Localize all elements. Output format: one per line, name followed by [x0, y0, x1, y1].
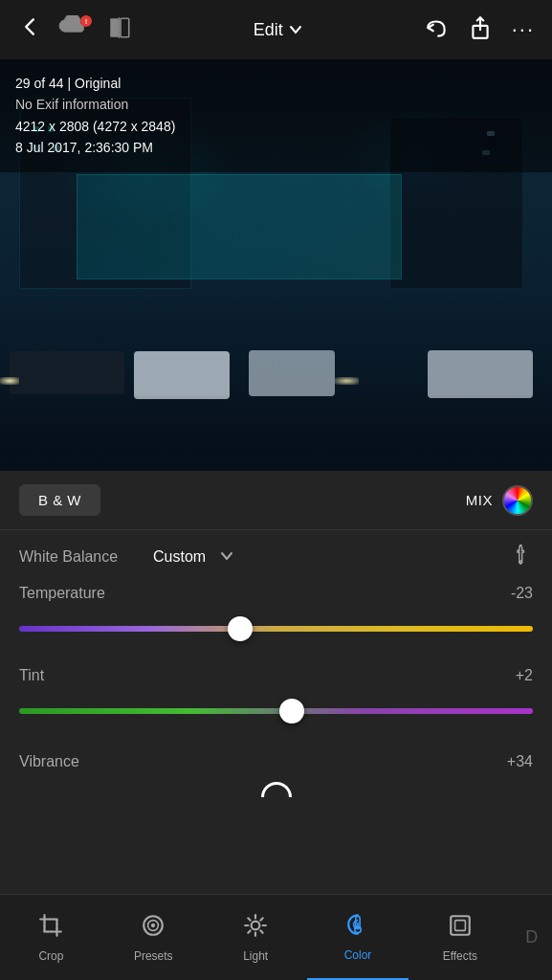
cloud-error-badge: ! [80, 15, 92, 27]
toolbar-color[interactable]: Color [307, 895, 409, 980]
svg-rect-22 [454, 920, 465, 930]
bottom-toolbar: Crop Presets Lig [0, 894, 552, 980]
svg-line-16 [248, 930, 250, 932]
toolbar-light[interactable]: Light [205, 895, 307, 980]
bw-button[interactable]: B & W [19, 484, 100, 516]
tint-label: Tint [19, 667, 44, 684]
temperature-slider-section: Temperature -23 [0, 579, 552, 661]
svg-rect-21 [451, 916, 470, 935]
presets-label: Presets [134, 949, 173, 963]
image-metadata: 29 of 44 | Original No Exif information … [0, 59, 552, 172]
vibrance-row: Vibrance +34 [0, 744, 552, 778]
svg-line-14 [248, 918, 250, 920]
share-button[interactable] [468, 15, 493, 44]
svg-point-9 [252, 921, 260, 929]
svg-rect-0 [110, 18, 119, 37]
image-counter-version: 29 of 44 | Original [15, 73, 537, 94]
white-balance-value[interactable]: Custom [153, 548, 206, 566]
image-preview: 29 of 44 | Original No Exif information … [0, 59, 552, 471]
temperature-value: -23 [511, 585, 533, 602]
vibrance-label: Vibrance [19, 753, 79, 770]
undo-button[interactable] [424, 15, 449, 44]
tint-slider[interactable] [19, 694, 533, 728]
tint-track[interactable] [19, 708, 533, 714]
vibrance-thumb-arc [261, 782, 292, 797]
svg-line-15 [260, 930, 262, 932]
tint-value: +2 [516, 667, 533, 684]
more-options-button[interactable]: ··· [512, 17, 535, 42]
light-icon [243, 913, 268, 944]
editing-panel: B & W MIX White Balance Custom Temperatu… [0, 471, 552, 894]
image-date: 8 Jul 2017, 2:36:30 PM [15, 137, 537, 158]
temperature-label: Temperature [19, 585, 105, 602]
image-dimensions: 4212 x 2808 (4272 x 2848) [15, 116, 537, 137]
top-bar-center: Edit [254, 20, 302, 40]
compare-button[interactable] [107, 15, 132, 44]
presets-icon [141, 913, 166, 944]
svg-rect-1 [121, 18, 129, 37]
crop-label: Crop [38, 949, 63, 963]
more-label: D [525, 927, 538, 947]
crop-icon [38, 913, 63, 944]
temperature-track[interactable] [19, 626, 533, 632]
image-exif: No Exif information [15, 94, 537, 115]
top-bar-right: ··· [424, 15, 535, 44]
white-balance-row: White Balance Custom [0, 530, 552, 579]
color-icon [345, 912, 370, 943]
svg-point-8 [151, 923, 155, 926]
effects-icon [448, 913, 473, 944]
cloud-sync-button[interactable]: ! [57, 15, 92, 44]
toolbar-crop[interactable]: Crop [0, 895, 102, 980]
color-wheel-button[interactable] [502, 485, 533, 516]
white-balance-chevron[interactable] [219, 549, 234, 565]
vibrance-arc [0, 778, 552, 801]
toolbar-more[interactable]: D [511, 895, 552, 980]
color-label: Color [344, 948, 372, 962]
toolbar-presets[interactable]: Presets [102, 895, 205, 980]
svg-rect-5 [45, 919, 57, 931]
top-bar-left: ! [17, 14, 132, 45]
vibrance-value: +34 [507, 753, 533, 770]
svg-line-17 [260, 918, 262, 920]
svg-point-4 [519, 561, 522, 565]
mix-group: MIX [466, 485, 533, 516]
back-button[interactable] [17, 14, 42, 45]
mix-label: MIX [466, 492, 493, 508]
eyedropper-button[interactable] [506, 540, 540, 573]
tint-slider-section: Tint +2 [0, 661, 552, 744]
bw-mix-row: B & W MIX [0, 471, 552, 530]
white-balance-label: White Balance [19, 548, 144, 566]
light-label: Light [243, 949, 268, 963]
tint-thumb[interactable] [279, 699, 304, 724]
effects-label: Effects [443, 949, 477, 963]
toolbar-effects[interactable]: Effects [408, 895, 511, 980]
temperature-thumb[interactable] [228, 616, 253, 641]
edit-label: Edit [254, 20, 283, 40]
top-bar: ! Edit [0, 0, 552, 59]
edit-chevron[interactable] [289, 22, 302, 37]
temperature-slider[interactable] [19, 612, 533, 646]
